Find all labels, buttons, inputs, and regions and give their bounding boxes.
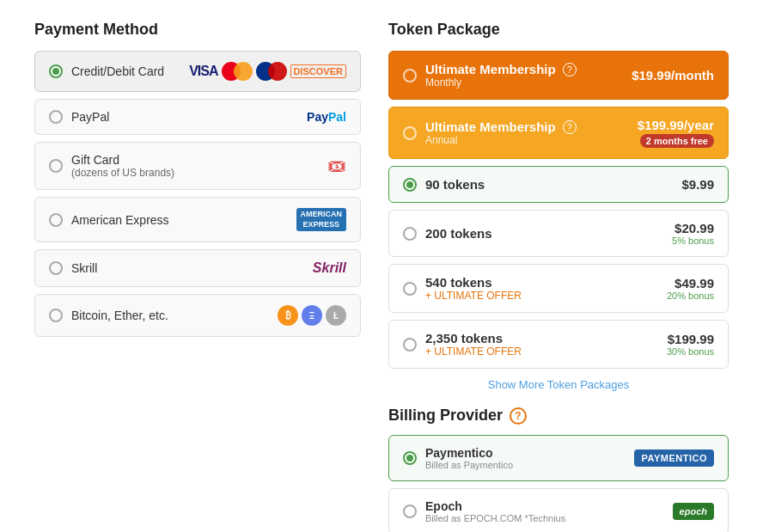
radio-ultimate-annual[interactable]: [403, 126, 417, 140]
giftcard-icon: 🎟: [327, 155, 346, 177]
giftcard-sublabel: (dozens of US brands): [71, 167, 174, 179]
visa-logo: VISA: [189, 64, 217, 79]
tokens-200-bonus: 5% bonus: [672, 235, 714, 246]
skrill-logo: Skrill: [313, 260, 346, 276]
token-package-title: Token Package: [388, 21, 729, 39]
ethereum-icon: Ξ: [302, 305, 322, 326]
radio-giftcard[interactable]: [49, 159, 63, 173]
payment-amex[interactable]: American Express AMERICANEXPRESS: [34, 197, 361, 242]
ultimate-monthly-price: $19.99/month: [632, 68, 714, 83]
epoch-sub: Billed as EPOCH.COM *Technius: [425, 513, 565, 523]
package-540-tokens[interactable]: 540 tokens + ULTIMATE OFFER $49.99 20% b…: [388, 264, 729, 313]
ultimate-annual-label: Ultimate Membership: [425, 119, 556, 134]
payment-method-title: Payment Method: [34, 21, 361, 39]
radio-paypal[interactable]: [49, 110, 63, 124]
paypal-logo: PayPal: [307, 110, 346, 124]
ultimate-annual-help-icon[interactable]: ?: [563, 120, 577, 134]
ultimate-monthly-help-icon[interactable]: ?: [563, 63, 577, 76]
amex-logo: AMERICANEXPRESS: [296, 208, 347, 231]
billing-help-icon[interactable]: ?: [510, 407, 527, 425]
tokens-540-price: $49.99 20% bonus: [667, 276, 714, 301]
token-package-panel: Token Package Ultimate Membership ? Mont…: [388, 21, 729, 532]
giftcard-label: Gift Card: [71, 153, 174, 167]
billing-provider-header: Billing Provider ?: [388, 407, 729, 425]
epoch-badge: epoch: [673, 503, 714, 520]
tokens-540-bonus: 20% bonus: [667, 290, 714, 301]
ultimate-monthly-sublabel: Monthly: [425, 76, 577, 89]
payment-skrill[interactable]: Skrill Skrill: [34, 249, 361, 287]
tokens-2350-bonus: 30% bonus: [667, 346, 714, 357]
radio-ultimate-monthly[interactable]: [403, 69, 417, 83]
radio-bitcoin[interactable]: [49, 309, 63, 322]
radio-540-tokens[interactable]: [403, 282, 417, 296]
package-ultimate-monthly[interactable]: Ultimate Membership ? Monthly $19.99/mon…: [388, 51, 729, 100]
radio-credit-debit[interactable]: [49, 64, 63, 78]
billing-epoch[interactable]: Epoch Billed as EPOCH.COM *Technius epoc…: [388, 488, 729, 532]
amex-label: American Express: [71, 213, 169, 227]
radio-epoch[interactable]: [403, 504, 417, 518]
show-more-link[interactable]: Show More Token Packages: [488, 378, 630, 391]
tokens-540-sublabel: + ULTIMATE OFFER: [425, 290, 522, 302]
discover-logo: DISCOVER: [290, 64, 346, 78]
bitcoin-icon: ₿: [278, 305, 298, 326]
months-free-badge: 2 months free: [640, 134, 714, 148]
mastercard-logo: [222, 62, 253, 81]
payment-giftcard[interactable]: Gift Card (dozens of US brands) 🎟: [34, 142, 361, 190]
bitcoin-label: Bitcoin, Ether, etc.: [71, 309, 168, 322]
billing-provider-title: Billing Provider: [388, 407, 503, 425]
tokens-540-label: 540 tokens: [425, 275, 522, 290]
crypto-logos: ₿ Ξ Ł: [278, 305, 346, 326]
radio-2350-tokens[interactable]: [403, 338, 417, 352]
show-more-tokens[interactable]: Show More Token Packages: [388, 377, 729, 391]
radio-90-tokens[interactable]: [403, 178, 417, 192]
tokens-90-price: $9.99: [681, 177, 714, 192]
radio-amex[interactable]: [49, 213, 63, 227]
ultimate-monthly-label: Ultimate Membership: [425, 62, 556, 76]
tokens-90-label: 90 tokens: [425, 177, 485, 192]
ultimate-annual-price: $199.99/year 2 months free: [638, 118, 714, 148]
package-200-tokens[interactable]: 200 tokens $20.99 5% bonus: [388, 210, 729, 257]
epoch-name: Epoch: [425, 499, 565, 513]
credit-debit-label: Credit/Debit Card: [71, 64, 164, 78]
payment-credit-debit[interactable]: Credit/Debit Card VISA DISCOVER: [34, 51, 361, 92]
payment-bitcoin[interactable]: Bitcoin, Ether, etc. ₿ Ξ Ł: [34, 294, 361, 337]
radio-200-tokens[interactable]: [403, 227, 417, 241]
tokens-200-label: 200 tokens: [425, 226, 492, 241]
billing-paymentico[interactable]: Paymentico Billed as Paymentico PAYMENTI…: [388, 435, 729, 481]
radio-paymentico[interactable]: [403, 451, 417, 465]
tokens-2350-label: 2,350 tokens: [425, 331, 522, 345]
card-logos: VISA DISCOVER: [189, 62, 346, 81]
payment-method-panel: Payment Method Credit/Debit Card VISA DI…: [34, 21, 361, 532]
payment-paypal[interactable]: PayPal PayPal: [34, 99, 361, 135]
paymentico-sub: Billed as Paymentico: [425, 460, 513, 470]
litecoin-icon: Ł: [326, 305, 346, 326]
skrill-label: Skrill: [71, 261, 97, 275]
radio-skrill[interactable]: [49, 261, 63, 275]
ultimate-annual-sublabel: Annual: [425, 134, 577, 146]
tokens-2350-sublabel: + ULTIMATE OFFER: [425, 345, 522, 358]
paymentico-badge: PAYMENTICO: [634, 449, 714, 467]
tokens-200-price: $20.99 5% bonus: [672, 221, 714, 246]
package-90-tokens[interactable]: 90 tokens $9.99: [388, 166, 729, 203]
package-ultimate-annual[interactable]: Ultimate Membership ? Annual $199.99/yea…: [388, 107, 729, 159]
paypal-label: PayPal: [71, 110, 109, 124]
maestro-logo: [256, 62, 287, 81]
paymentico-name: Paymentico: [425, 446, 513, 460]
tokens-2350-price: $199.99 30% bonus: [667, 332, 714, 357]
package-2350-tokens[interactable]: 2,350 tokens + ULTIMATE OFFER $199.99 30…: [388, 320, 729, 369]
